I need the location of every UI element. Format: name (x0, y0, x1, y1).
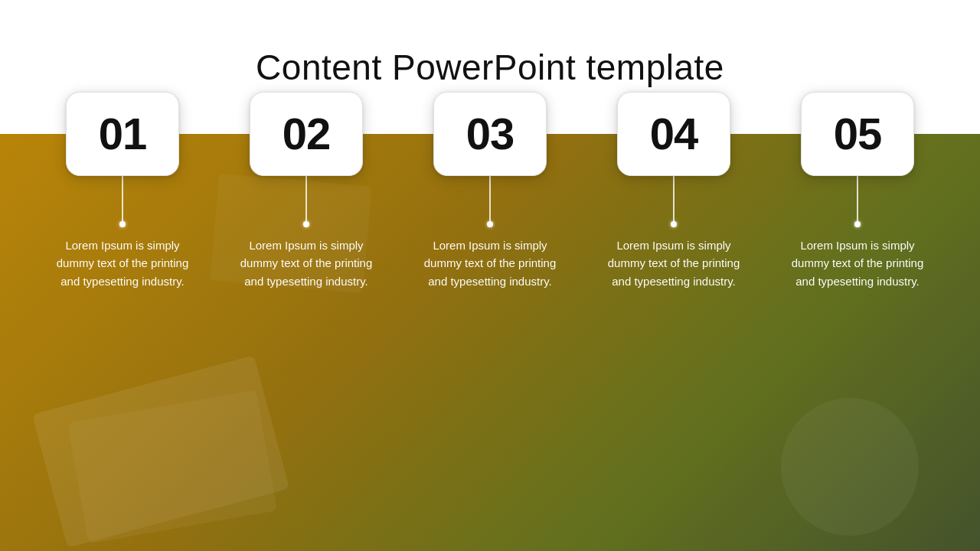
steps-row: 01 Lorem Ipsum is simply dummy text of t… (0, 134, 980, 290)
number-box-3: 03 (433, 92, 547, 176)
number-text-3: 03 (466, 112, 514, 156)
connector-dot-5 (854, 221, 861, 227)
connector-dot-4 (671, 221, 677, 227)
number-box-1: 01 (66, 92, 179, 176)
connector-line-1 (122, 176, 123, 222)
connector-dot-3 (487, 221, 493, 227)
step-description-2: Lorem Ipsum is simply dummy text of the … (222, 227, 390, 290)
connector-line-2 (305, 176, 307, 222)
number-box-5: 05 (801, 92, 914, 176)
number-text-5: 05 (834, 112, 882, 156)
slide: Content PowerPoint template 01 Lorem Ips… (0, 0, 980, 551)
connector-dot-2 (303, 221, 309, 227)
number-box-2: 02 (250, 92, 363, 176)
slide-title: Content PowerPoint template (256, 47, 724, 88)
number-text-4: 04 (650, 112, 698, 156)
step-item-4: 04 Lorem Ipsum is simply dummy text of t… (582, 134, 766, 290)
number-box-4: 04 (617, 92, 730, 176)
step-description-3: Lorem Ipsum is simply dummy text of the … (406, 227, 574, 290)
bottom-section: 01 Lorem Ipsum is simply dummy text of t… (0, 134, 980, 551)
step-item-2: 02 Lorem Ipsum is simply dummy text of t… (214, 134, 398, 290)
number-text-2: 02 (283, 112, 331, 156)
connector-line-5 (857, 176, 858, 222)
bg-shape-3 (781, 398, 919, 536)
step-description-4: Lorem Ipsum is simply dummy text of the … (590, 227, 758, 290)
step-item-5: 05 Lorem Ipsum is simply dummy text of t… (766, 134, 949, 290)
step-description-5: Lorem Ipsum is simply dummy text of the … (773, 227, 942, 290)
number-text-1: 01 (99, 112, 147, 156)
step-item-1: 01 Lorem Ipsum is simply dummy text of t… (31, 134, 214, 290)
connector-dot-1 (119, 221, 126, 227)
connector-line-4 (673, 176, 675, 222)
step-description-1: Lorem Ipsum is simply dummy text of the … (38, 227, 207, 290)
connector-line-3 (489, 176, 491, 222)
step-item-3: 03 Lorem Ipsum is simply dummy text of t… (398, 134, 582, 290)
